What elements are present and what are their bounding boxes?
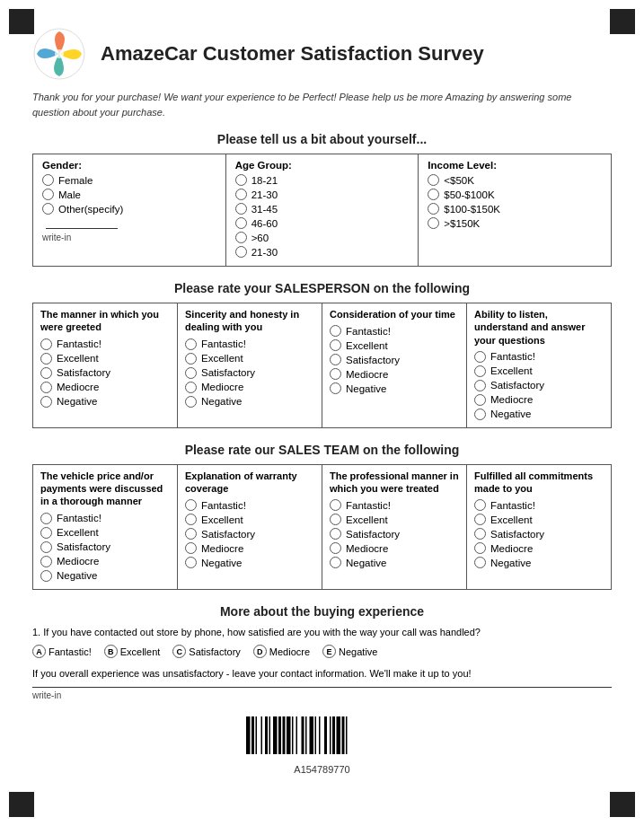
svg-rect-24 bbox=[341, 716, 344, 754]
salesperson-col-3-opt-0[interactable]: Fantastic! bbox=[474, 351, 604, 363]
buying-q1: 1. If you have contacted out store by ph… bbox=[32, 626, 612, 639]
buying-option-b[interactable]: BExcellent bbox=[104, 645, 161, 658]
age-over60[interactable]: >60 bbox=[235, 232, 410, 243]
salesperson-col-3-opt-3[interactable]: Mediocre bbox=[474, 394, 604, 406]
buying-option-e-label: Negative bbox=[339, 646, 377, 657]
sales-team-col-2-opt-4[interactable]: Negative bbox=[330, 557, 459, 568]
salesperson-col-1-opt-2[interactable]: Satisfactory bbox=[185, 367, 314, 379]
contact-write-in-label: write-in bbox=[32, 690, 612, 700]
income-50-100k[interactable]: $50-$100K bbox=[428, 189, 602, 200]
income-150kplus[interactable]: >$150K bbox=[428, 217, 602, 229]
gender-male[interactable]: Male bbox=[42, 189, 216, 200]
radio-circle bbox=[474, 528, 486, 540]
sales-team-col-1-opt-2[interactable]: Satisfactory bbox=[185, 528, 314, 540]
buying-option-d-circle: D bbox=[253, 645, 267, 658]
radio-circle bbox=[185, 528, 197, 540]
corner-mark-tl bbox=[9, 9, 34, 34]
radio-circle bbox=[40, 570, 52, 582]
salesperson-col-3-opt-4[interactable]: Negative bbox=[474, 409, 604, 420]
sales-team-col-0-opt-1[interactable]: Excellent bbox=[40, 527, 170, 539]
salesperson-col-2-opt-1[interactable]: Excellent bbox=[330, 339, 459, 351]
sales-team-col-1-opt-0[interactable]: Fantastic! bbox=[185, 499, 314, 511]
age-18-21[interactable]: 18-21 bbox=[235, 174, 410, 186]
sales-team-col-3-opt-1[interactable]: Excellent bbox=[474, 514, 604, 525]
salesperson-col-3: Ability to listen, understand and answer… bbox=[467, 303, 612, 428]
age-46-60[interactable]: 46-60 bbox=[235, 217, 410, 229]
salesperson-col-2-opt-1-label: Excellent bbox=[346, 340, 388, 351]
sales-team-col-1-opt-4-label: Negative bbox=[201, 558, 242, 568]
sales-team-col-0-opt-3[interactable]: Mediocre bbox=[40, 556, 170, 567]
sales-team-col-1-opt-4[interactable]: Negative bbox=[185, 557, 314, 568]
radio-circle bbox=[330, 354, 341, 365]
about-table: Gender: Female Male Other(specify) write… bbox=[32, 154, 612, 267]
salesperson-col-1-opt-4-label: Negative bbox=[201, 396, 242, 407]
radio-circle bbox=[185, 338, 197, 350]
salesperson-col-2-opt-0-label: Fantastic! bbox=[346, 326, 391, 337]
income-100-150k[interactable]: $100-$150K bbox=[428, 203, 602, 215]
sales-team-col-3-opt-0[interactable]: Fantastic! bbox=[474, 499, 604, 511]
buying-section-title: More about the buying experience bbox=[32, 604, 612, 619]
age-31-45[interactable]: 31-45 bbox=[235, 203, 410, 215]
salesperson-col-0-opt-4[interactable]: Negative bbox=[40, 396, 170, 408]
svg-rect-23 bbox=[336, 716, 340, 754]
salesperson-col-2-opt-3-label: Mediocre bbox=[346, 369, 388, 380]
salesperson-col-0-opt-2[interactable]: Satisfactory bbox=[40, 367, 170, 379]
sales-team-col-0-opt-2[interactable]: Satisfactory bbox=[40, 541, 170, 553]
sales-team-col-2-opt-2[interactable]: Satisfactory bbox=[330, 528, 459, 540]
salesperson-col-2-opt-4[interactable]: Negative bbox=[330, 382, 459, 394]
salesperson-col-0-opt-0[interactable]: Fantastic! bbox=[40, 338, 170, 350]
salesperson-rating-row: The manner in which you were greetedFant… bbox=[33, 303, 612, 428]
salesperson-col-1-opt-0[interactable]: Fantastic! bbox=[185, 338, 314, 350]
gender-other[interactable]: Other(specify) bbox=[42, 203, 216, 215]
radio-circle bbox=[40, 541, 52, 553]
sales-team-col-2-opt-4-label: Negative bbox=[346, 558, 386, 568]
sales-team-col-0-opt-4-label: Negative bbox=[57, 570, 97, 581]
sales-team-col-1-opt-3-label: Mediocre bbox=[201, 543, 243, 554]
sales-team-col-3-opt-4[interactable]: Negative bbox=[474, 557, 604, 568]
svg-rect-6 bbox=[260, 716, 262, 754]
income-label: Income Level: bbox=[428, 160, 602, 171]
sales-team-col-1-opt-1[interactable]: Excellent bbox=[185, 514, 314, 525]
salesperson-col-2-opt-0[interactable]: Fantastic! bbox=[330, 325, 459, 337]
sales-team-col-1-opt-3[interactable]: Mediocre bbox=[185, 542, 314, 554]
page-title: AmazeCar Customer Satisfaction Survey bbox=[101, 42, 484, 66]
radio-circle bbox=[330, 499, 341, 511]
salesperson-col-2-opt-2[interactable]: Satisfactory bbox=[330, 354, 459, 365]
sales-team-col-1-opt-2-label: Satisfactory bbox=[201, 529, 255, 540]
buying-option-a[interactable]: AFantastic! bbox=[32, 645, 92, 658]
sales-team-col-0-opt-0[interactable]: Fantastic! bbox=[40, 513, 170, 524]
buying-option-c[interactable]: CSatisfactory bbox=[172, 645, 240, 658]
sales-team-col-2-opt-1[interactable]: Excellent bbox=[330, 514, 459, 525]
sales-team-col-0-opt-4[interactable]: Negative bbox=[40, 570, 170, 582]
buying-option-e[interactable]: ENegative bbox=[322, 645, 377, 658]
sales-team-col-3-opt-2[interactable]: Satisfactory bbox=[474, 528, 604, 540]
salesperson-col-0-opt-1-label: Excellent bbox=[57, 353, 99, 364]
svg-rect-14 bbox=[296, 716, 297, 754]
salesperson-col-3-opt-1[interactable]: Excellent bbox=[474, 365, 604, 377]
income-50k[interactable]: <$50K bbox=[428, 174, 602, 186]
age-21-30[interactable]: 21-30 bbox=[235, 189, 410, 200]
salesperson-col-2-opt-4-label: Negative bbox=[346, 383, 386, 394]
salesperson-col-1-opt-3[interactable]: Mediocre bbox=[185, 382, 314, 393]
salesperson-col-3-opt-2[interactable]: Satisfactory bbox=[474, 380, 604, 391]
sales-team-col-3-opt-2-label: Satisfactory bbox=[490, 529, 544, 540]
sales-team-col-3-opt-3[interactable]: Mediocre bbox=[474, 542, 604, 554]
sales-team-col-2-opt-2-label: Satisfactory bbox=[346, 529, 400, 540]
radio-circle bbox=[474, 514, 486, 525]
sales-team-col-2-opt-3[interactable]: Mediocre bbox=[330, 542, 459, 554]
radio-circle bbox=[474, 394, 486, 406]
svg-rect-18 bbox=[314, 716, 316, 754]
svg-rect-7 bbox=[265, 716, 268, 754]
salesperson-col-0-opt-1[interactable]: Excellent bbox=[40, 353, 170, 365]
buying-option-d[interactable]: DMediocre bbox=[253, 645, 310, 658]
barcode-number: A154789770 bbox=[32, 764, 612, 775]
sales-team-col-2-opt-0[interactable]: Fantastic! bbox=[330, 499, 459, 511]
salesperson-col-2-opt-3[interactable]: Mediocre bbox=[330, 368, 459, 380]
gender-female[interactable]: Female bbox=[42, 174, 216, 186]
salesperson-col-0-opt-3[interactable]: Mediocre bbox=[40, 382, 170, 393]
salesperson-col-1-opt-1[interactable]: Excellent bbox=[185, 353, 314, 365]
svg-rect-16 bbox=[305, 716, 307, 754]
salesperson-col-1-opt-4[interactable]: Negative bbox=[185, 396, 314, 408]
age-21-30b[interactable]: 21-30 bbox=[235, 246, 410, 258]
radio-circle bbox=[330, 368, 341, 380]
